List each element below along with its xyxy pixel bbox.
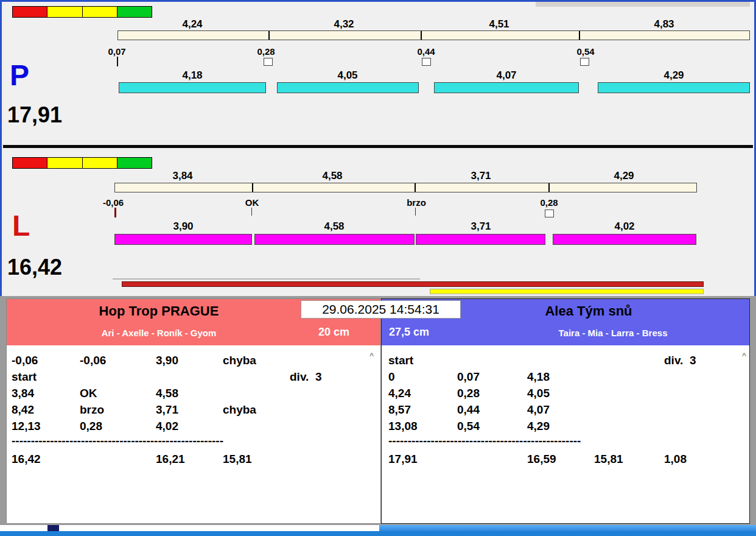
lane-l-top-split-3: 3,71 (471, 170, 491, 182)
lane-l-top-split-4: 4,29 (614, 170, 634, 182)
background-window-sliver (536, 2, 750, 7)
lane-l-bottom-split-1: 3,90 (173, 220, 193, 233)
marker-tick-l3 (415, 208, 416, 216)
result-cell: chyba (223, 403, 256, 417)
lane-l-marker-2: OK (245, 197, 259, 208)
lane-l-total: 16,42 (7, 255, 62, 280)
team-left-name: Hop Trop PRAGUE (7, 303, 311, 319)
marker-checkbox-l1[interactable] (545, 210, 554, 217)
result-cell: 0,28 (457, 387, 480, 400)
lane-divider (3, 145, 753, 148)
track-tick (548, 183, 550, 192)
result-cell: 13,08 (388, 420, 418, 433)
lane-l-bottom-split-3: 3,71 (471, 220, 491, 233)
split-bar-p2 (277, 82, 419, 93)
result-cell: 0,07 (457, 370, 480, 384)
result-cell: 8,57 (388, 403, 411, 417)
result-cell: 4,24 (388, 387, 411, 400)
scroll-up-arrow[interactable]: ^ (742, 351, 746, 360)
light-red (13, 7, 47, 17)
result-cell: 3,90 (156, 354, 178, 367)
result-cell: 4,18 (527, 370, 550, 384)
marker-tick-l2 (251, 208, 252, 216)
result-total: 16,21 (156, 453, 185, 466)
result-cell: 8,42 (12, 403, 34, 417)
result-cell: brzo (80, 403, 104, 417)
segment-track-p (117, 30, 750, 40)
scroll-up-arrow[interactable]: ^ (369, 351, 374, 360)
result-cell: 12,13 (12, 420, 41, 433)
taskbar-bottom-strip (0, 531, 756, 536)
result-cell: 4,58 (156, 387, 178, 400)
progress-bar-red (122, 281, 704, 287)
split-bar-l4 (553, 234, 696, 245)
split-bar-l1 (114, 234, 252, 245)
result-cell: -0,06 (12, 354, 38, 367)
result-cell: 4,07 (527, 403, 550, 417)
light-yellow-2 (83, 158, 117, 168)
team-left-members: Ari - Axelle - Roník - Gyom (31, 328, 287, 338)
result-cell: start (388, 354, 413, 367)
lane-p-bottom-split-1: 4,18 (182, 69, 202, 82)
lane-l-letter: L (12, 211, 30, 241)
result-total: 15,81 (594, 453, 623, 466)
track-tick (268, 31, 270, 40)
false-start-tick-mark-l (114, 208, 116, 217)
result-cell: 0,54 (457, 420, 480, 433)
track-tick (252, 183, 253, 192)
result-cell: 4,02 (156, 420, 178, 433)
lane-p-total: 17,91 (7, 102, 62, 128)
track-tick (421, 31, 422, 40)
team-left-board-height: 20 cm (318, 326, 349, 339)
marker-checkbox-p3[interactable] (580, 58, 589, 66)
result-total: 15,81 (223, 453, 252, 466)
team-right-members: Taira - Mia - Larra - Bress (491, 328, 735, 338)
team-panel-right: Alea Tým snů 27,5 cm Taira - Mia - Larra… (381, 298, 750, 524)
result-total: 17,91 (388, 453, 418, 466)
result-total: 16,42 (12, 453, 41, 466)
lane-p-marker-1: 0,07 (108, 46, 125, 57)
progress-bar-yellow (430, 289, 704, 294)
lane-p-marker-2: 0,28 (257, 46, 275, 57)
split-bar-p1 (119, 82, 266, 93)
result-separator: ----------------------------------------… (388, 434, 581, 448)
result-cell: -0,06 (80, 354, 106, 367)
result-cell: div. 3 (664, 354, 696, 367)
result-cell: 4,05 (527, 387, 550, 400)
light-yellow-1 (47, 7, 82, 17)
team-panel-left: Hop Trop PRAGUE Ari - Axelle - Roník - G… (6, 298, 381, 524)
marker-checkbox-p2[interactable] (422, 58, 431, 66)
marker-checkbox-p1[interactable] (264, 58, 273, 66)
result-cell: chyba (223, 354, 256, 367)
light-green (117, 158, 152, 168)
segment-track-l (114, 183, 697, 192)
start-light-strip-l (12, 157, 152, 169)
lane-l-marker-4: 0,28 (540, 197, 558, 208)
lane-p-marker-4: 0,54 (576, 46, 594, 57)
start-light-strip-p (12, 6, 152, 18)
taskbar (0, 525, 756, 536)
lane-p-bottom-split-2: 4,05 (337, 69, 357, 82)
result-cell: 0,44 (457, 403, 480, 417)
lane-l-bottom-split-4: 4,02 (614, 220, 634, 233)
team-right-board-height: 27,5 cm (389, 326, 429, 339)
lane-p-letter: P (10, 61, 29, 90)
light-green (117, 7, 152, 17)
lane-l-marker-1: -0,06 (103, 197, 124, 208)
lane-p-bottom-split-4: 4,29 (663, 69, 684, 82)
lane-p-top-split-4: 4,83 (654, 18, 674, 30)
split-bar-l3 (416, 234, 545, 245)
result-total: 16,59 (527, 453, 556, 466)
lane-p-top-split-1: 4,24 (182, 18, 202, 30)
timing-app-window: 4,24 4,32 4,51 4,83 0,07 0,28 0,44 0,54 … (0, 0, 756, 536)
track-tick (579, 31, 580, 40)
race-timestamp: 29.06.2025 14:54:31 (301, 300, 461, 319)
team-right-name: Alea Tým snů (461, 303, 716, 319)
lane-p-bottom-split-3: 4,07 (496, 69, 516, 82)
lane-p-top-split-2: 4,32 (334, 18, 354, 30)
result-cell: 4,29 (527, 420, 550, 433)
result-cell: 0 (388, 370, 395, 384)
lane-l-bottom-split-2: 4,58 (324, 220, 344, 233)
light-yellow-2 (83, 7, 117, 17)
track-tick (415, 183, 416, 192)
